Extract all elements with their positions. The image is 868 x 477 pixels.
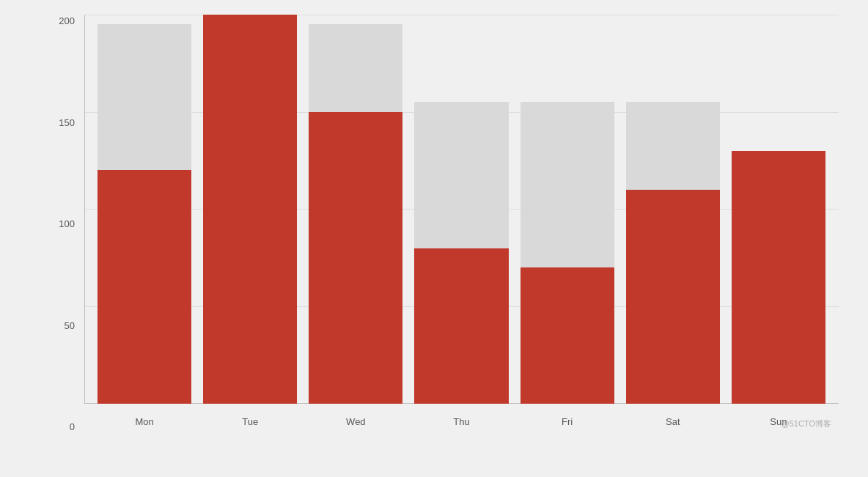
x-label-tue: Tue [197,416,303,427]
bar-group-wed [303,15,408,404]
bar-bg-tue [203,15,297,404]
y-label-50: 50 [65,321,75,330]
bar-fill-fri [521,267,614,404]
bar-group-sat [620,15,726,404]
bar-fill-wed [309,112,402,404]
bar-fill-sun [732,151,825,404]
x-label-mon: Mon [92,416,197,427]
bar-bg-wed [309,24,402,404]
watermark: @51CTO博客 [781,418,831,429]
bar-bg-sun [732,151,825,404]
y-axis-labels: 0 50 100 150 200 [44,15,81,433]
y-label-150: 150 [59,118,75,127]
bar-fill-mon [98,170,191,404]
bar-group-mon [92,15,197,404]
x-label-sat: Sat [620,416,726,427]
x-label-thu: Thu [408,416,514,427]
y-label-0: 0 [70,422,75,432]
bar-group-thu [408,15,514,404]
bar-bg-thu [414,102,508,404]
bar-bg-fri [521,102,614,404]
bar-fill-thu [414,248,508,404]
bar-group-sun [726,15,831,404]
bars-area [84,15,839,404]
x-label-fri: Fri [515,416,620,427]
y-label-200: 200 [59,16,75,26]
bar-bg-mon [98,24,191,404]
bar-group-tue [197,15,303,404]
bar-fill-sat [626,190,720,404]
x-axis-labels: MonTueWedThuFriSatSun [84,404,839,433]
bar-fill-tue [203,15,297,404]
bar-group-fri [515,15,620,404]
y-label-100: 100 [59,219,75,229]
bar-bg-sat [626,102,720,404]
chart-container: 0 50 100 150 200 MonTue [0,0,868,477]
x-label-wed: Wed [303,416,408,427]
